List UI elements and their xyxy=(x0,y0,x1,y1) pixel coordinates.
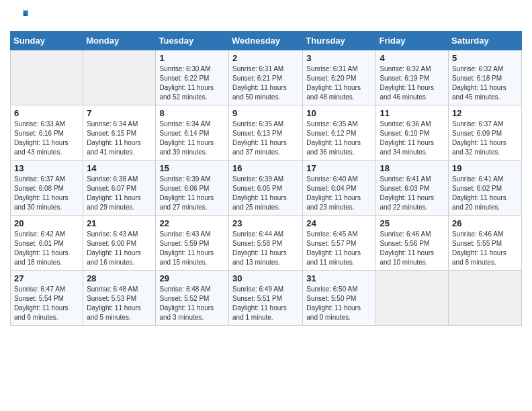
logo-icon xyxy=(10,7,29,26)
calendar-cell: 27Sunrise: 6:47 AMSunset: 5:54 PMDayligh… xyxy=(11,271,83,326)
weekday-header-friday: Friday xyxy=(376,32,449,50)
day-number: 18 xyxy=(380,163,445,173)
calendar-cell: 22Sunrise: 6:43 AMSunset: 5:59 PMDayligh… xyxy=(156,216,229,271)
day-number: 19 xyxy=(452,163,518,173)
day-number: 24 xyxy=(306,218,372,228)
week-row-1: 1Sunrise: 6:30 AMSunset: 6:22 PMDaylight… xyxy=(11,50,522,105)
day-number: 20 xyxy=(14,218,79,228)
day-number: 1 xyxy=(159,53,225,63)
calendar-cell: 30Sunrise: 6:49 AMSunset: 5:51 PMDayligh… xyxy=(229,271,303,326)
day-number: 14 xyxy=(87,163,152,173)
day-info: Sunrise: 6:44 AMSunset: 5:58 PMDaylight:… xyxy=(232,230,299,267)
day-number: 16 xyxy=(232,163,299,173)
day-info: Sunrise: 6:49 AMSunset: 5:51 PMDaylight:… xyxy=(232,285,299,322)
calendar-cell: 2Sunrise: 6:31 AMSunset: 6:21 PMDaylight… xyxy=(229,50,303,105)
day-number: 13 xyxy=(14,163,79,173)
day-number: 31 xyxy=(306,273,372,283)
calendar-cell: 21Sunrise: 6:43 AMSunset: 6:00 PMDayligh… xyxy=(83,216,156,271)
day-info: Sunrise: 6:38 AMSunset: 6:07 PMDaylight:… xyxy=(87,175,152,212)
day-number: 21 xyxy=(87,218,152,228)
day-number: 23 xyxy=(232,218,299,228)
calendar-cell xyxy=(376,271,449,326)
day-info: Sunrise: 6:42 AMSunset: 6:01 PMDaylight:… xyxy=(14,230,79,267)
day-info: Sunrise: 6:32 AMSunset: 6:18 PMDaylight:… xyxy=(452,64,518,102)
day-number: 2 xyxy=(232,53,299,63)
day-info: Sunrise: 6:32 AMSunset: 6:19 PMDaylight:… xyxy=(380,64,445,102)
calendar-cell: 6Sunrise: 6:33 AMSunset: 6:16 PMDaylight… xyxy=(11,105,83,161)
day-number: 15 xyxy=(159,163,225,173)
day-info: Sunrise: 6:41 AMSunset: 6:03 PMDaylight:… xyxy=(380,175,445,212)
calendar-cell: 26Sunrise: 6:46 AMSunset: 5:55 PMDayligh… xyxy=(449,216,522,271)
calendar-cell xyxy=(11,50,83,105)
day-number: 9 xyxy=(232,108,299,118)
calendar-table: SundayMondayTuesdayWednesdayThursdayFrid… xyxy=(10,31,522,326)
day-info: Sunrise: 6:48 AMSunset: 5:52 PMDaylight:… xyxy=(159,285,225,322)
day-info: Sunrise: 6:36 AMSunset: 6:10 PMDaylight:… xyxy=(380,120,445,157)
day-info: Sunrise: 6:30 AMSunset: 6:22 PMDaylight:… xyxy=(159,64,225,102)
day-info: Sunrise: 6:35 AMSunset: 6:12 PMDaylight:… xyxy=(306,120,372,157)
day-info: Sunrise: 6:40 AMSunset: 6:04 PMDaylight:… xyxy=(306,175,372,212)
calendar-cell: 12Sunrise: 6:37 AMSunset: 6:09 PMDayligh… xyxy=(449,105,522,161)
day-number: 27 xyxy=(14,273,79,283)
weekday-header-tuesday: Tuesday xyxy=(156,32,229,50)
day-number: 29 xyxy=(159,273,225,283)
calendar-cell: 5Sunrise: 6:32 AMSunset: 6:18 PMDaylight… xyxy=(449,50,522,105)
day-info: Sunrise: 6:41 AMSunset: 6:02 PMDaylight:… xyxy=(452,175,518,212)
week-row-4: 20Sunrise: 6:42 AMSunset: 6:01 PMDayligh… xyxy=(11,216,522,271)
day-info: Sunrise: 6:48 AMSunset: 5:53 PMDaylight:… xyxy=(87,285,152,322)
day-info: Sunrise: 6:33 AMSunset: 6:16 PMDaylight:… xyxy=(14,120,79,157)
day-info: Sunrise: 6:37 AMSunset: 6:08 PMDaylight:… xyxy=(14,175,79,212)
day-info: Sunrise: 6:46 AMSunset: 5:55 PMDaylight:… xyxy=(452,230,518,267)
day-info: Sunrise: 6:31 AMSunset: 6:21 PMDaylight:… xyxy=(232,64,299,102)
day-number: 10 xyxy=(306,108,372,118)
day-info: Sunrise: 6:37 AMSunset: 6:09 PMDaylight:… xyxy=(452,120,518,157)
week-row-2: 6Sunrise: 6:33 AMSunset: 6:16 PMDaylight… xyxy=(11,105,522,161)
calendar-cell: 10Sunrise: 6:35 AMSunset: 6:12 PMDayligh… xyxy=(303,105,376,161)
day-info: Sunrise: 6:43 AMSunset: 5:59 PMDaylight:… xyxy=(159,230,225,267)
calendar-cell xyxy=(449,271,522,326)
weekday-header-thursday: Thursday xyxy=(303,32,376,50)
day-info: Sunrise: 6:45 AMSunset: 5:57 PMDaylight:… xyxy=(306,230,372,267)
calendar-cell: 3Sunrise: 6:31 AMSunset: 6:20 PMDaylight… xyxy=(303,50,376,105)
calendar-cell: 9Sunrise: 6:35 AMSunset: 6:13 PMDaylight… xyxy=(229,105,303,161)
calendar-cell: 4Sunrise: 6:32 AMSunset: 6:19 PMDaylight… xyxy=(376,50,449,105)
day-number: 22 xyxy=(159,218,225,228)
weekday-header-monday: Monday xyxy=(83,32,156,50)
calendar-cell: 15Sunrise: 6:39 AMSunset: 6:06 PMDayligh… xyxy=(156,161,229,216)
day-number: 11 xyxy=(380,108,445,118)
day-info: Sunrise: 6:39 AMSunset: 6:06 PMDaylight:… xyxy=(159,175,225,212)
calendar-cell: 18Sunrise: 6:41 AMSunset: 6:03 PMDayligh… xyxy=(376,161,449,216)
weekday-header-sunday: Sunday xyxy=(11,32,83,50)
day-info: Sunrise: 6:34 AMSunset: 6:15 PMDaylight:… xyxy=(87,120,152,157)
calendar-cell: 20Sunrise: 6:42 AMSunset: 6:01 PMDayligh… xyxy=(11,216,83,271)
calendar-cell: 14Sunrise: 6:38 AMSunset: 6:07 PMDayligh… xyxy=(83,161,156,216)
calendar-cell: 19Sunrise: 6:41 AMSunset: 6:02 PMDayligh… xyxy=(449,161,522,216)
calendar-cell: 8Sunrise: 6:34 AMSunset: 6:14 PMDaylight… xyxy=(156,105,229,161)
day-info: Sunrise: 6:35 AMSunset: 6:13 PMDaylight:… xyxy=(232,120,299,157)
weekday-header-saturday: Saturday xyxy=(449,32,522,50)
day-info: Sunrise: 6:34 AMSunset: 6:14 PMDaylight:… xyxy=(159,120,225,157)
week-row-5: 27Sunrise: 6:47 AMSunset: 5:54 PMDayligh… xyxy=(11,271,522,326)
day-number: 8 xyxy=(159,108,225,118)
day-number: 17 xyxy=(306,163,372,173)
week-row-3: 13Sunrise: 6:37 AMSunset: 6:08 PMDayligh… xyxy=(11,161,522,216)
calendar-cell: 17Sunrise: 6:40 AMSunset: 6:04 PMDayligh… xyxy=(303,161,376,216)
calendar-cell: 24Sunrise: 6:45 AMSunset: 5:57 PMDayligh… xyxy=(303,216,376,271)
day-number: 6 xyxy=(14,108,79,118)
day-number: 28 xyxy=(87,273,152,283)
calendar-cell: 11Sunrise: 6:36 AMSunset: 6:10 PMDayligh… xyxy=(376,105,449,161)
day-info: Sunrise: 6:39 AMSunset: 6:05 PMDaylight:… xyxy=(232,175,299,212)
day-info: Sunrise: 6:43 AMSunset: 6:00 PMDaylight:… xyxy=(87,230,152,267)
day-number: 26 xyxy=(452,218,518,228)
day-number: 3 xyxy=(306,53,372,63)
weekday-header-row: SundayMondayTuesdayWednesdayThursdayFrid… xyxy=(11,32,522,50)
calendar-cell: 29Sunrise: 6:48 AMSunset: 5:52 PMDayligh… xyxy=(156,271,229,326)
calendar-cell: 28Sunrise: 6:48 AMSunset: 5:53 PMDayligh… xyxy=(83,271,156,326)
day-info: Sunrise: 6:31 AMSunset: 6:20 PMDaylight:… xyxy=(306,64,372,102)
calendar-cell: 16Sunrise: 6:39 AMSunset: 6:05 PMDayligh… xyxy=(229,161,303,216)
calendar-cell: 25Sunrise: 6:46 AMSunset: 5:56 PMDayligh… xyxy=(376,216,449,271)
calendar-cell: 1Sunrise: 6:30 AMSunset: 6:22 PMDaylight… xyxy=(156,50,229,105)
header xyxy=(10,7,522,26)
day-number: 30 xyxy=(232,273,299,283)
day-number: 5 xyxy=(452,53,518,63)
